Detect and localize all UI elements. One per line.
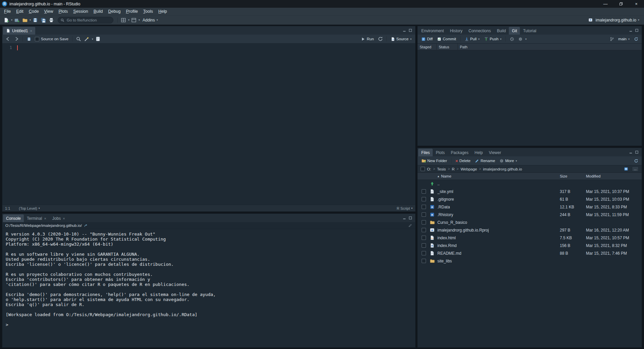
- file-row[interactable]: Curso_R_basico: [418, 218, 642, 226]
- file-row[interactable]: site_libs: [418, 257, 642, 265]
- scope-selector[interactable]: (Top Level) ▾: [19, 206, 40, 210]
- file-row[interactable]: ..: [418, 180, 642, 188]
- run-button[interactable]: Run: [359, 36, 375, 42]
- maximize-pane-icon[interactable]: [635, 150, 639, 154]
- menu-profile[interactable]: Profile: [123, 8, 140, 14]
- file-name[interactable]: _site.yml: [437, 189, 453, 194]
- menu-edit[interactable]: Edit: [13, 8, 26, 14]
- diff-button[interactable]: Diff: [420, 36, 434, 42]
- console-tab-jobs[interactable]: Jobs×: [49, 214, 68, 222]
- new-file-button[interactable]: [3, 16, 10, 24]
- menu-view[interactable]: View: [42, 8, 56, 14]
- file-row[interactable]: Rindex.Rmd156 BMar 15, 2021, 8:32 PM: [418, 242, 642, 249]
- file-name[interactable]: .gitignore: [437, 197, 454, 202]
- column-modified-header[interactable]: Modified: [586, 174, 642, 178]
- pane-layout-caret-icon[interactable]: ▾: [128, 18, 129, 21]
- file-row[interactable]: .gitignore61 BMar 15, 2021, 10:03 PM: [418, 195, 642, 203]
- code-tools-caret-icon[interactable]: ▾: [92, 38, 93, 41]
- console-edit-icon[interactable]: [408, 223, 412, 228]
- workspace-button[interactable]: [130, 16, 138, 24]
- files-tab-viewer[interactable]: Viewer: [486, 149, 504, 156]
- back-icon[interactable]: [4, 35, 12, 43]
- console-tab-terminal[interactable]: Terminal×: [24, 214, 49, 222]
- close-tab-icon[interactable]: ×: [63, 216, 65, 220]
- close-window-button[interactable]: ×: [629, 0, 644, 8]
- maximize-pane-icon[interactable]: [635, 29, 639, 32]
- menu-code[interactable]: Code: [26, 8, 42, 14]
- file-checkbox[interactable]: [422, 197, 426, 201]
- file-name[interactable]: Curso_R_basico: [437, 220, 467, 225]
- source-on-save-checkbox[interactable]: [35, 37, 39, 41]
- console-tab-console[interactable]: Console: [3, 214, 24, 222]
- breadcrumb-item[interactable]: Webpage: [461, 167, 477, 171]
- file-checkbox[interactable]: [422, 228, 426, 232]
- files-tab-help[interactable]: Help: [472, 149, 486, 156]
- minimize-pane-icon[interactable]: [629, 150, 633, 154]
- workspace-caret-icon[interactable]: ▾: [139, 18, 140, 21]
- file-checkbox[interactable]: [422, 259, 426, 263]
- file-name[interactable]: index.Rmd: [437, 243, 457, 248]
- push-button[interactable]: Push ▾: [482, 36, 503, 42]
- console-prompt-line[interactable]: >: [6, 322, 412, 327]
- file-name[interactable]: imalejandrorg.github.io.Rproj: [437, 228, 489, 233]
- file-name[interactable]: .RData: [437, 205, 450, 209]
- file-name[interactable]: index.html: [437, 236, 456, 240]
- restore-window-button[interactable]: [613, 0, 629, 8]
- menu-help[interactable]: Help: [156, 8, 170, 14]
- menu-session[interactable]: Session: [70, 8, 91, 14]
- file-name[interactable]: site_libs: [437, 259, 452, 263]
- file-row[interactable]: <>index.html7.5 KBMar 15, 2021, 10:57 PM: [418, 234, 642, 242]
- file-row[interactable]: Rimalejandrorg.github.io.Rproj297 BMar 1…: [418, 226, 642, 234]
- file-name[interactable]: README.md: [437, 251, 461, 256]
- env-tab-environment[interactable]: Environment: [418, 27, 447, 35]
- addins-button[interactable]: Addins ▾: [141, 18, 160, 22]
- goto-input[interactable]: [66, 18, 111, 22]
- branch-selector[interactable]: main ▾: [616, 36, 631, 42]
- git-gear-caret-icon[interactable]: ▾: [525, 38, 527, 41]
- menu-build[interactable]: Build: [91, 8, 106, 14]
- file-row[interactable]: R.Rhistory244 BMar 15, 2021, 11:59 PM: [418, 211, 642, 218]
- git-gear-icon[interactable]: [517, 35, 524, 43]
- commit-button[interactable]: Commit: [435, 36, 458, 42]
- more-button[interactable]: More ▾: [498, 158, 519, 164]
- open-file-button[interactable]: [21, 16, 29, 24]
- files-refresh-icon[interactable]: [632, 157, 640, 164]
- env-tab-build[interactable]: Build: [494, 27, 509, 35]
- browse-directory-button[interactable]: ...: [632, 166, 639, 171]
- files-tab-plots[interactable]: Plots: [433, 149, 448, 156]
- source-on-save-toggle[interactable]: Source on Save: [35, 37, 68, 41]
- env-tab-history[interactable]: History: [447, 27, 465, 35]
- close-tab-icon[interactable]: ×: [44, 216, 46, 220]
- maximize-pane-icon[interactable]: [409, 216, 412, 220]
- forward-icon[interactable]: [13, 35, 20, 43]
- file-name[interactable]: .Rhistory: [437, 212, 453, 217]
- menu-debug[interactable]: Debug: [106, 8, 123, 14]
- editor-text-area[interactable]: [15, 44, 18, 205]
- save-all-button[interactable]: [40, 16, 47, 24]
- source-tab-untitled1[interactable]: Untitled1 ×: [3, 27, 35, 35]
- column-name-header[interactable]: ▲ Name: [430, 174, 560, 178]
- column-size-header[interactable]: Size: [560, 174, 586, 178]
- rerun-icon[interactable]: [377, 35, 384, 43]
- breadcrumb-item[interactable]: Tesis: [437, 167, 446, 171]
- file-row[interactable]: R.RData12.1 KBMar 15, 2021, 8:33 PM: [418, 203, 642, 211]
- file-checkbox[interactable]: [422, 205, 426, 209]
- source-button[interactable]: Source ▾: [389, 36, 413, 42]
- menu-file[interactable]: File: [1, 8, 13, 14]
- pull-button[interactable]: Pull ▾: [463, 36, 481, 42]
- save-button[interactable]: [32, 16, 39, 24]
- history-clock-icon[interactable]: [508, 35, 516, 43]
- rename-button[interactable]: Rename: [473, 158, 497, 164]
- breadcrumb-item[interactable]: R: [452, 167, 454, 171]
- pane-layout-button[interactable]: [120, 16, 127, 24]
- compile-report-icon[interactable]: [94, 35, 102, 43]
- menu-plots[interactable]: Plots: [56, 8, 70, 14]
- save-file-icon[interactable]: [25, 35, 33, 43]
- code-tools-icon[interactable]: [83, 35, 91, 43]
- file-checkbox[interactable]: [422, 243, 426, 248]
- print-button[interactable]: [48, 16, 55, 24]
- minimize-window-button[interactable]: —: [598, 0, 613, 8]
- maximize-pane-icon[interactable]: [409, 29, 412, 32]
- file-checkbox[interactable]: [422, 236, 426, 240]
- editor[interactable]: 1: [2, 44, 415, 205]
